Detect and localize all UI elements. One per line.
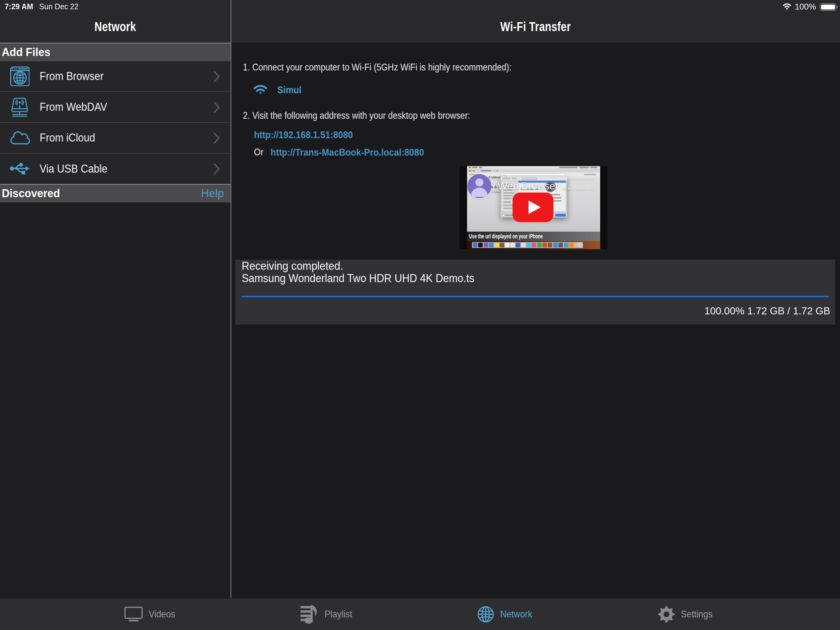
browser-tab-strip <box>467 169 600 173</box>
sidebar-item-label: From WebDAV <box>39 92 107 122</box>
dock-app-icon <box>521 243 526 247</box>
status-bar-left: 7:29 AM Sun Dec 22 <box>5 2 78 11</box>
dialog-open-button <box>555 214 566 217</box>
dock-app-icon <box>569 243 574 247</box>
tab-settings[interactable]: Settings <box>658 598 715 630</box>
music-list-icon <box>300 605 319 624</box>
sidebar-item-via-usb-cable[interactable]: Via USB Cable <box>0 154 231 184</box>
transfer-status-box: Receiving completed. Samsung Wonderland … <box>235 260 835 324</box>
dock-trash-icon <box>578 243 582 247</box>
globe-icon <box>477 606 494 623</box>
section-header-discovered: Discovered Help <box>0 184 231 203</box>
display-icon <box>124 606 143 622</box>
dock-app-icon <box>473 243 477 247</box>
section-label: Discovered <box>0 187 60 200</box>
mac-menubar <box>467 166 600 169</box>
transfer-progress-text: 100.00% 1.72 GB / 1.72 GB <box>704 304 830 317</box>
tab-network[interactable]: Network <box>477 598 535 630</box>
sidebar-item-label: From iCloud <box>39 123 95 153</box>
dock-app-icon <box>484 243 488 247</box>
mac-desktop-strip <box>467 241 600 249</box>
wifi-network-link[interactable]: Simul <box>277 84 301 96</box>
dock-app-icon <box>516 243 520 247</box>
status-time: 7:29 AM <box>5 2 33 11</box>
webdav-drive-antenna-icon <box>10 98 30 117</box>
tab-bar: Videos Playlist <box>0 598 840 630</box>
transfer-progress-bar <box>242 296 829 297</box>
dock-app-icon <box>494 243 499 247</box>
gear-icon <box>658 606 675 623</box>
main-panel: Wi-Fi Transfer 100% <box>231 0 840 598</box>
section-label: Add Files <box>0 46 51 59</box>
dock-app-icon <box>537 243 542 247</box>
wifi-network-icon <box>253 85 267 96</box>
video-screenshot: d video/audio s & Au k space <box>467 166 600 249</box>
browser-window-globe-icon <box>10 66 30 86</box>
dock-app-icon <box>526 243 531 247</box>
transfer-filename: Samsung Wonderland Two HDR UHD 4K Demo.t… <box>242 272 474 285</box>
tab-videos[interactable]: Videos <box>124 598 177 630</box>
alternate-url-row: Or http://Trans-MacBook-Pro.local:8080 <box>254 146 441 158</box>
dock-app-icon <box>478 243 483 247</box>
dock-app-icon <box>542 243 547 247</box>
sidebar-item-label: Via USB Cable <box>39 154 107 184</box>
app-screen: 7:29 AM Sun Dec 22 Network Add Files <box>0 0 840 630</box>
dock-app-icon <box>532 243 536 247</box>
dock-app-icon <box>500 243 504 247</box>
section-header-add-files: Add Files <box>0 43 231 61</box>
tab-playlist[interactable]: Playlist <box>300 598 355 630</box>
or-label: Or <box>254 146 264 158</box>
transfer-status-text: Receiving completed. <box>242 260 343 272</box>
chevron-right-icon <box>213 163 220 176</box>
dock-app-icon <box>558 243 563 247</box>
instruction-step-1: 1. Connect your computer to Wi-Fi (5GHz … <box>243 61 512 73</box>
tutorial-video-thumbnail[interactable]: d video/audio s & Au k space <box>459 166 607 249</box>
dock-app-icon <box>489 243 494 247</box>
cloud-icon <box>10 128 30 148</box>
tab-label: Settings <box>681 609 712 620</box>
wifi-transfer-content: 1. Connect your computer to Wi-Fi (5GHz … <box>231 0 840 598</box>
transfer-url-alternate[interactable]: http://Trans-MacBook-Pro.local:8080 <box>271 146 424 158</box>
sidebar-title: Network <box>23 19 208 34</box>
chevron-right-icon <box>213 132 220 145</box>
help-link[interactable]: Help <box>201 187 224 200</box>
video-caption: Use the url displayed on your iPhone <box>467 232 600 241</box>
tab-label: Videos <box>148 609 175 620</box>
chevron-right-icon <box>213 101 220 114</box>
video-more-dots-icon <box>586 183 589 200</box>
sidebar-list: From Browser <box>0 61 231 184</box>
youtube-play-icon[interactable] <box>513 193 553 222</box>
dock-app-icon <box>548 243 552 247</box>
transfer-url-primary[interactable]: http://192.168.1.51:8080 <box>254 128 353 141</box>
channel-avatar <box>467 174 491 198</box>
sidebar-item-label: From Browser <box>39 61 104 91</box>
usb-trident-icon <box>10 159 30 179</box>
sidebar-item-from-icloud[interactable]: From iCloud <box>0 123 231 154</box>
dock-app-icon <box>564 243 568 247</box>
sidebar-item-from-webdav[interactable]: From WebDAV <box>0 92 231 123</box>
dock-app-icon <box>510 243 515 247</box>
dock-app-icon <box>553 243 558 247</box>
video-title: Web Browser ... <box>498 180 584 192</box>
instruction-step-2: 2. Visit the following address with your… <box>243 109 470 122</box>
sidebar: 7:29 AM Sun Dec 22 Network Add Files <box>0 0 231 598</box>
status-date: Sun Dec 22 <box>39 2 79 11</box>
sidebar-item-from-browser[interactable]: From Browser <box>0 61 231 92</box>
tab-label: Playlist <box>324 609 352 620</box>
tab-label: Network <box>500 609 532 620</box>
dock-app-icon <box>505 243 510 247</box>
chevron-right-icon <box>213 71 220 84</box>
sidebar-header: 7:29 AM Sun Dec 22 Network <box>0 0 231 43</box>
mac-dock <box>472 242 583 248</box>
